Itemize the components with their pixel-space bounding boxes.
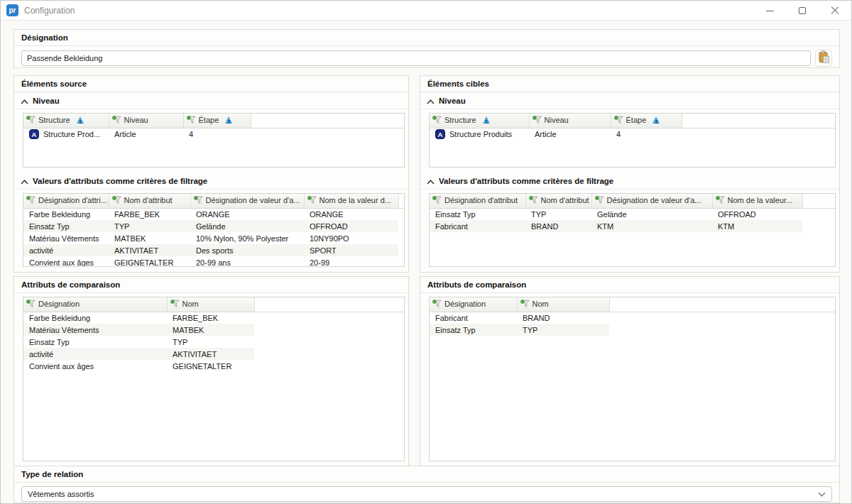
filter-icon[interactable] (170, 300, 180, 309)
filter-icon[interactable] (432, 116, 442, 126)
filter-icon[interactable] (532, 116, 542, 126)
filter-icon[interactable] (614, 116, 623, 126)
target-comparison-tablebox: DésignationNomFabricantBRANDEinsatz TypT… (429, 297, 836, 461)
table-row[interactable]: activitéAKTIVITAET (23, 348, 404, 360)
table-row[interactable]: activitéAKTIVITAETDes sportsSPORT (23, 244, 404, 256)
column-header[interactable]: Nom (517, 297, 609, 312)
svg-text:A: A (32, 130, 37, 138)
table-row[interactable]: Farbe BekleidungFARBE_BEKORANGEORANGE (23, 208, 404, 220)
relation-type-select[interactable]: Vêtements assortis (21, 486, 832, 502)
column-header[interactable]: Désignation de valeur d'a... (190, 194, 304, 208)
cell: Einsatz Typ (430, 208, 525, 220)
section-label: Valeurs d'attributs comme critères de fi… (33, 176, 207, 187)
column-header[interactable]: Nom de la valeur d... (304, 194, 398, 208)
header-filler (682, 114, 835, 128)
column-header[interactable]: Désignation (430, 297, 517, 312)
titlebar: pr Configuration (1, 1, 851, 21)
source-comparison-title: Attributs de comparaison (14, 277, 408, 293)
cell: TYP (109, 220, 190, 232)
table-row[interactable]: Einsatz TypTYP (23, 336, 404, 348)
close-icon (831, 6, 839, 15)
filter-icon[interactable] (432, 196, 442, 206)
cell: AStructure Produits (430, 128, 529, 140)
source-group: Éléments source Niveau Structure1NiveauÉ… (13, 75, 409, 273)
cell: activité (23, 244, 109, 256)
header-filler (609, 297, 835, 312)
filter-icon[interactable] (112, 196, 121, 206)
minimize-button[interactable] (753, 1, 786, 21)
source-niveau-tablebox: Structure1NiveauÉtape2AStructure Prod...… (23, 113, 405, 168)
cell: Article (109, 128, 183, 140)
close-button[interactable] (819, 1, 851, 21)
column-header[interactable]: Niveau (109, 114, 183, 128)
row-filler (802, 220, 835, 232)
row-filler (609, 312, 835, 324)
table-row[interactable]: Convient aux âgesGEIGNETALTER (23, 360, 404, 372)
paste-button[interactable] (815, 50, 832, 67)
cell: Einsatz Typ (23, 220, 109, 232)
filter-icon[interactable] (307, 196, 317, 206)
filter-icon[interactable] (26, 116, 36, 126)
column-header[interactable]: Niveau (529, 114, 611, 128)
filter-icon[interactable] (194, 196, 203, 206)
article-icon: A (29, 129, 39, 139)
svg-text:A: A (438, 130, 443, 138)
column-header[interactable]: Nom de la valeur... (712, 194, 802, 208)
section-label: Valeurs d'attributs comme critères de fi… (439, 176, 613, 187)
column-header[interactable]: Étape2 (611, 114, 682, 128)
column-header[interactable]: Désignation d'attribut (430, 194, 525, 208)
column-header[interactable]: Nom d'attribut (109, 194, 190, 208)
table-row[interactable]: Convient aux âgesGEIGNETALTER20-99 ans20… (23, 256, 404, 267)
filter-icon[interactable] (529, 196, 538, 206)
filter-icon[interactable] (595, 196, 604, 206)
filter-icon[interactable] (716, 196, 725, 206)
table-row[interactable]: Einsatz TypTYPGeländeOFFROAD (430, 208, 835, 220)
relation-type-value: Vêtements assortis (28, 490, 94, 498)
column-header[interactable]: Désignation de valeur d'a... (591, 194, 712, 208)
table-row[interactable]: Farbe BekleidungFARBE_BEK (23, 312, 404, 324)
table-row[interactable]: Matériau VêtementsMATBEK (23, 324, 404, 336)
target-filters-header[interactable]: Valeurs d'attributs comme critères de fi… (420, 172, 839, 190)
column-header[interactable]: Structure1 (23, 114, 109, 128)
maximize-button[interactable] (786, 1, 819, 21)
cell: Gelände (591, 208, 712, 220)
column-header[interactable]: Désignation (23, 297, 167, 312)
row-filler (398, 208, 404, 220)
filter-icon[interactable] (187, 116, 196, 126)
cell: Farbe Bekleidung (23, 208, 109, 220)
source-niveau-header[interactable]: Niveau (14, 92, 408, 109)
designation-input[interactable] (21, 50, 811, 66)
column-header[interactable]: Structure1 (430, 114, 529, 128)
column-header[interactable]: Étape2 (183, 114, 251, 128)
table-row[interactable]: Einsatz TypTYPGeländeOFFROAD (23, 220, 404, 232)
cell: Einsatz Typ (430, 324, 517, 336)
filter-icon[interactable] (432, 300, 442, 309)
configuration-window: pr Configuration Désignation Éléments so… (0, 0, 852, 504)
column-header[interactable]: Nom (167, 297, 254, 312)
cell: 10% Nylon, 90% Polyester (190, 232, 304, 244)
column-label: Structure (444, 116, 476, 124)
filter-icon[interactable] (26, 300, 36, 309)
target-niveau-header[interactable]: Niveau (420, 92, 839, 109)
filter-icon[interactable] (520, 300, 530, 309)
cell: Einsatz Typ (23, 336, 167, 348)
source-filters-header[interactable]: Valeurs d'attributs comme critères de fi… (14, 172, 408, 190)
source-title: Éléments source (14, 76, 408, 92)
filter-icon[interactable] (26, 196, 36, 206)
table-row[interactable]: AStructure ProduitsArticle4 (430, 128, 835, 140)
filter-icon[interactable] (112, 116, 121, 126)
cell: BRAND (525, 220, 591, 232)
cell: AStructure Prod... (23, 128, 109, 140)
cell: MATBEK (109, 232, 190, 244)
target-title: Éléments cibles (420, 76, 839, 92)
column-header[interactable]: Nom d'attribut (525, 194, 591, 208)
table-row[interactable]: Matériau VêtementsMATBEK10% Nylon, 90% P… (23, 232, 404, 244)
cell: FARBE_BEK (109, 208, 190, 220)
table-row[interactable]: FabricantBRAND (430, 312, 835, 324)
table-row[interactable]: AStructure Prod...Article4 (23, 128, 404, 140)
section-label: Niveau (439, 96, 466, 106)
column-header[interactable]: Désignation d'attri... (23, 194, 109, 208)
table-row[interactable]: Einsatz TypTYP (430, 324, 835, 336)
table-row[interactable]: FabricantBRANDKTMKTM (430, 220, 835, 232)
cell: 20-99 ans (190, 256, 304, 267)
